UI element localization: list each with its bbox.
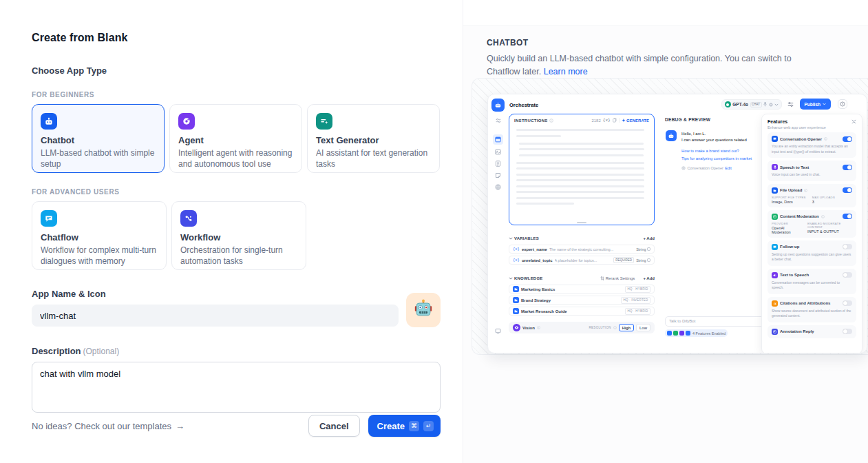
- beginner-cards: Chatbot LLM-based chatbot with simple se…: [32, 104, 441, 173]
- app-type-card-chatbot[interactable]: Chatbot LLM-based chatbot with simple se…: [32, 104, 165, 173]
- publish-button[interactable]: Publish: [800, 99, 831, 110]
- cancel-button[interactable]: Cancel: [308, 415, 360, 437]
- chatflow-icon: [41, 210, 57, 227]
- rail-tune-icon[interactable]: [493, 115, 503, 125]
- gear-icon: [769, 103, 773, 107]
- citations-toggle[interactable]: [843, 300, 852, 306]
- feature-file-upload[interactable]: File Upload SUPPORT FILE TYPESImage, Doc…: [768, 184, 856, 207]
- features-panel: Features Enhance web app user experience…: [761, 114, 862, 353]
- chevron-down-icon: [509, 237, 513, 240]
- rail-globe-icon[interactable]: [493, 182, 503, 192]
- knowledge-folder-icon: [513, 286, 519, 292]
- instructions-panel[interactable]: INSTRUCTIONS 2182 {x} GENERATE: [509, 114, 655, 225]
- feature-text-to-speech[interactable]: Text to Speech Conversation messages can…: [768, 269, 856, 294]
- text-generator-icon: [316, 113, 332, 130]
- feature-follow-up[interactable]: Follow-up Setting up next questions sugg…: [768, 240, 856, 266]
- mic-icon: [763, 102, 767, 107]
- settings-icon: [647, 258, 650, 262]
- app-name-label: App Name & Icon: [32, 289, 441, 299]
- openai-icon: [725, 101, 731, 107]
- resolution-low-button[interactable]: Low: [636, 324, 650, 331]
- citation-icon: [772, 300, 778, 307]
- follow-up-icon: [772, 244, 778, 250]
- agent-icon: [178, 113, 195, 130]
- feature-content-moderation[interactable]: Content Moderation PROVIDEROpenAI Modera…: [768, 210, 856, 238]
- feature-citations[interactable]: Citations and Attributions Show source d…: [768, 297, 856, 322]
- add-knowledge-button[interactable]: + Add: [643, 276, 655, 280]
- rail-image-icon[interactable]: [493, 147, 503, 157]
- feature-speech-to-text[interactable]: Speech to Text Voice input can be used i…: [768, 161, 856, 181]
- info-icon: [549, 119, 553, 123]
- rail-notes-icon[interactable]: [493, 170, 503, 181]
- card-desc: Intelligent agent with reasoning and aut…: [178, 147, 293, 169]
- text-to-speech-toggle[interactable]: [843, 272, 852, 278]
- card-title: Agent: [178, 135, 293, 145]
- file-upload-toggle[interactable]: [843, 187, 852, 193]
- suggested-question[interactable]: How to make a brand stand out?: [681, 147, 739, 155]
- settings-icon: [647, 247, 650, 251]
- annotation-reply-toggle[interactable]: [843, 329, 852, 334]
- app-type-card-workflow[interactable]: Workflow Orchestration for single-turn a…: [171, 201, 306, 270]
- info-icon: [804, 189, 807, 192]
- for-advanced-label: FOR ADVANCED USERS: [32, 188, 441, 196]
- close-icon[interactable]: [851, 119, 856, 124]
- app-type-card-agent[interactable]: Agent Intelligent agent with reasoning a…: [169, 104, 302, 173]
- opener-icon: [681, 166, 686, 170]
- choose-app-type-label: Choose App Type: [32, 65, 441, 76]
- app-type-card-chatflow[interactable]: Chatflow Workflow for complex multi-turn…: [32, 201, 167, 270]
- suggested-question[interactable]: Tips for analyzing competitors in market: [681, 155, 768, 163]
- app-icon-picker[interactable]: [406, 293, 441, 327]
- model-selector[interactable]: GPT-4o CHAT: [721, 99, 782, 110]
- variable-row[interactable]: {x} unrelated_topic A placeholder for to…: [509, 256, 655, 265]
- add-variable-button[interactable]: + Add: [643, 236, 655, 240]
- features-enabled-badge[interactable]: 4 Features Enabled: [665, 329, 728, 337]
- speech-to-text-toggle[interactable]: [843, 165, 852, 170]
- knowledge-row[interactable]: Brand Strategy HQ · INVERTED: [509, 296, 655, 305]
- description-textarea[interactable]: chat with vllm model: [32, 362, 441, 413]
- feature-conversation-opener[interactable]: Conversation Opener You are an entity ex…: [768, 132, 856, 158]
- conversation-opener-icon: [772, 136, 778, 142]
- annotation-icon: [772, 329, 778, 335]
- char-count: 2182: [591, 119, 600, 123]
- knowledge-row[interactable]: Market Research Guide HQ · HYBRID: [509, 307, 655, 316]
- sparkle-icon: [622, 119, 626, 123]
- create-button[interactable]: Create ⌘ ↵: [368, 415, 441, 437]
- content-moderation-toggle[interactable]: [843, 214, 852, 219]
- history-icon[interactable]: [838, 99, 847, 109]
- conversation-opener-toggle[interactable]: [843, 136, 852, 142]
- feature-annotation-reply[interactable]: Annotation Reply: [768, 325, 856, 338]
- resize-handle[interactable]: [577, 222, 586, 223]
- card-title: Workflow: [180, 232, 297, 243]
- knowledge-row[interactable]: Marketing Basics HQ · HYBRID: [509, 285, 655, 294]
- speaker-icon: [772, 272, 778, 278]
- templates-link[interactable]: No ideas? Check out our templates→: [32, 421, 184, 431]
- rail-orchestrate-icon[interactable]: [493, 134, 503, 145]
- generate-button[interactable]: GENERATE: [622, 119, 649, 123]
- workflow-icon: [180, 210, 197, 227]
- rerank-icon: [600, 276, 604, 280]
- info-icon: [824, 137, 827, 141]
- advanced-cards: Chatflow Workflow for complex multi-turn…: [32, 201, 441, 270]
- orchestrate-preview: Orchestrate GPT-4o CHAT Publish: [487, 94, 867, 353]
- edit-opener-link[interactable]: Edit: [725, 166, 731, 170]
- card-title: Chatflow: [41, 232, 158, 243]
- resolution-high-button[interactable]: High: [619, 324, 634, 331]
- monitor-icon[interactable]: [493, 326, 503, 336]
- app-name-input[interactable]: [32, 305, 399, 327]
- variable-row[interactable]: {x} expert_name The name of the strategi…: [509, 245, 655, 254]
- arrow-right-icon: →: [176, 421, 184, 431]
- app-type-card-text-generator[interactable]: Text Generator AI assistant for text gen…: [307, 104, 440, 173]
- chevron-down-icon: [774, 103, 779, 106]
- learn-more-link[interactable]: Learn more: [544, 67, 588, 76]
- folder-icon: [772, 187, 778, 194]
- rail-document-icon[interactable]: [493, 158, 503, 169]
- chat-input[interactable]: Talk to DifyBot: [665, 316, 767, 327]
- knowledge-folder-icon: [513, 308, 519, 314]
- chatbot-icon: [41, 113, 57, 130]
- rerank-settings-button[interactable]: Rerank Settings: [600, 276, 635, 280]
- conversation-opener-mini-icon: [667, 331, 672, 336]
- follow-up-toggle[interactable]: [843, 244, 852, 249]
- file-upload-mini-icon: [686, 331, 690, 336]
- tune-icon[interactable]: [787, 101, 794, 107]
- card-desc: Workflow for complex multi-turn dialogue…: [41, 245, 158, 267]
